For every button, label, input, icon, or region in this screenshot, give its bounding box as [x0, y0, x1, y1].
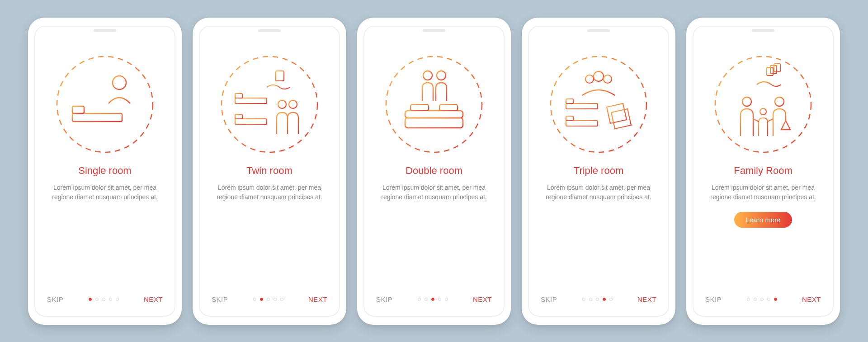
svg-point-17 [289, 100, 297, 108]
svg-rect-35 [566, 116, 573, 121]
page-indicator [253, 298, 283, 301]
screen-description: Lorem ipsum dolor sit amet, per mea regi… [542, 183, 655, 202]
svg-point-38 [715, 56, 811, 152]
svg-rect-2 [72, 113, 122, 122]
svg-rect-33 [566, 99, 573, 103]
svg-rect-7 [276, 71, 284, 81]
svg-line-45 [753, 119, 759, 122]
svg-point-29 [594, 71, 604, 81]
svg-rect-25 [439, 104, 458, 111]
phone-mockup-family: Family Room Lorem ipsum dolor sit amet, … [686, 18, 840, 325]
phone-mockup-single: Single room Lorem ipsum dolor sit amet, … [28, 18, 182, 325]
onboarding-footer: SKIP NEXT [212, 295, 327, 303]
screen-title: Double room [406, 165, 462, 177]
screen-title: Family Room [734, 165, 793, 177]
svg-point-28 [551, 56, 646, 152]
screen-title: Twin room [246, 165, 292, 177]
double-room-icon [384, 55, 484, 154]
phone-mockup-twin: Twin room Lorem ipsum dolor sit amet, pe… [193, 18, 346, 325]
svg-point-20 [437, 71, 446, 80]
screen-family: Family Room Lorem ipsum dolor sit amet, … [693, 26, 834, 317]
svg-point-43 [775, 97, 784, 106]
next-button[interactable]: NEXT [144, 295, 163, 303]
svg-rect-9 [235, 94, 242, 98]
svg-rect-23 [405, 118, 463, 128]
triple-room-icon [549, 55, 648, 154]
single-room-icon [55, 55, 155, 154]
screen-description: Lorem ipsum dolor sit amet, per mea regi… [377, 183, 491, 202]
onboarding-footer: SKIP NEXT [705, 295, 821, 303]
svg-rect-22 [405, 111, 463, 118]
screen-description: Lorem ipsum dolor sit amet, per mea regi… [707, 183, 820, 202]
svg-rect-3 [72, 106, 84, 113]
skip-button[interactable]: SKIP [212, 295, 228, 303]
svg-rect-32 [566, 103, 598, 109]
phone-mockup-triple: Triple room Lorem ipsum dolor sit amet, … [522, 18, 675, 325]
svg-point-19 [423, 71, 432, 80]
svg-rect-24 [410, 104, 429, 111]
screen-single: Single room Lorem ipsum dolor sit amet, … [34, 26, 175, 317]
svg-rect-13 [235, 114, 242, 119]
screen-twin: Twin room Lorem ipsum dolor sit amet, pe… [199, 26, 340, 317]
screen-description: Lorem ipsum dolor sit amet, per mea regi… [48, 183, 161, 202]
page-indicator [418, 298, 448, 301]
screen-title: Triple room [574, 165, 623, 177]
screen-title: Single room [78, 165, 131, 177]
page-indicator [747, 298, 777, 301]
next-button[interactable]: NEXT [637, 295, 656, 303]
family-room-icon [713, 55, 813, 154]
svg-rect-12 [235, 119, 267, 124]
page-indicator [582, 298, 613, 301]
svg-point-31 [604, 75, 612, 83]
svg-point-1 [113, 76, 126, 89]
screen-description: Lorem ipsum dolor sit amet, per mea regi… [213, 183, 326, 202]
phone-mockup-double: Double room Lorem ipsum dolor sit amet, … [357, 18, 511, 325]
skip-button[interactable]: SKIP [376, 295, 392, 303]
svg-point-6 [222, 56, 317, 152]
page-indicator [89, 298, 119, 301]
learn-more-button[interactable]: Learn more [734, 212, 793, 228]
svg-point-42 [742, 97, 751, 106]
onboarding-footer: SKIP NEXT [47, 295, 163, 303]
svg-point-16 [278, 100, 286, 108]
svg-line-46 [768, 119, 773, 122]
onboarding-footer: SKIP NEXT [376, 295, 492, 303]
screen-double: Double room Lorem ipsum dolor sit amet, … [363, 26, 505, 317]
twin-room-icon [220, 55, 319, 154]
next-button[interactable]: NEXT [473, 295, 492, 303]
svg-point-18 [386, 56, 482, 152]
svg-rect-8 [235, 98, 267, 103]
skip-button[interactable]: SKIP [541, 295, 557, 303]
skip-button[interactable]: SKIP [47, 295, 63, 303]
skip-button[interactable]: SKIP [705, 295, 722, 303]
screen-triple: Triple room Lorem ipsum dolor sit amet, … [528, 26, 669, 317]
next-button[interactable]: NEXT [802, 295, 821, 303]
svg-point-44 [760, 108, 766, 115]
svg-point-30 [585, 75, 594, 83]
next-button[interactable]: NEXT [308, 295, 327, 303]
svg-rect-34 [566, 121, 598, 126]
onboarding-footer: SKIP NEXT [541, 295, 656, 303]
svg-point-0 [57, 56, 153, 152]
